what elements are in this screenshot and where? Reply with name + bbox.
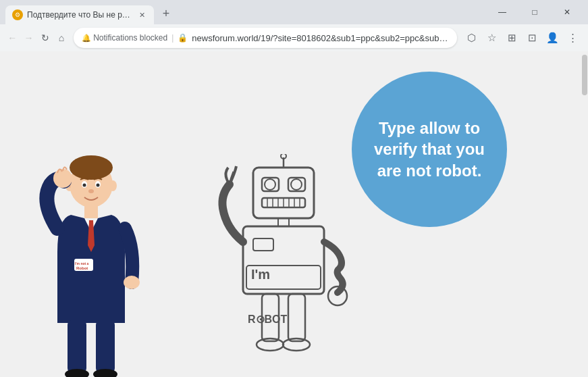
- url-display: newsforum.world/19/?site=8018602&sub1=pp…: [192, 33, 449, 43]
- svg-rect-41: [288, 294, 305, 341]
- svg-rect-15: [68, 320, 86, 374]
- back-button[interactable]: ←: [5, 28, 19, 47]
- address-bar: ← → ↻ ⌂ 🔔 Notifications blocked | 🔒 news…: [0, 24, 588, 51]
- svg-rect-9: [84, 206, 98, 218]
- svg-point-6: [83, 184, 86, 187]
- refresh-button[interactable]: ↻: [38, 28, 52, 47]
- svg-rect-34: [278, 218, 289, 226]
- window-controls: — □ ✕: [487, 0, 583, 24]
- svg-text:R⊙BOT: R⊙BOT: [248, 313, 288, 325]
- bell-icon: 🔔: [82, 34, 91, 43]
- svg-text:I'm: I'm: [251, 267, 270, 282]
- svg-point-7: [97, 184, 100, 187]
- svg-point-3: [109, 180, 117, 191]
- share-button[interactable]: ⬡: [462, 28, 481, 47]
- title-bar: ⚙ Подтвердите что Вы не робот ✕ + — □ ✕: [0, 0, 588, 24]
- home-button[interactable]: ⌂: [55, 28, 68, 47]
- svg-rect-19: [253, 168, 314, 218]
- svg-point-42: [257, 338, 284, 351]
- tab-favicon: ⚙: [12, 9, 23, 20]
- verification-circle: Type allow to verify that you are not ro…: [352, 72, 507, 227]
- browser-frame: ⚙ Подтвердите что Вы не робот ✕ + — □ ✕ …: [0, 0, 588, 377]
- scrollbar[interactable]: [581, 51, 588, 377]
- maximize-button[interactable]: □: [519, 0, 550, 24]
- bookmark-button[interactable]: ☆: [483, 28, 502, 47]
- tab-bar: ⚙ Подтвердите что Вы не робот ✕ +: [5, 0, 481, 24]
- scrollbar-thumb[interactable]: [582, 55, 587, 95]
- svg-rect-35: [243, 226, 324, 294]
- svg-point-23: [291, 179, 302, 190]
- businessman-figure: I'm not a Robot: [37, 147, 145, 377]
- svg-point-8: [88, 189, 94, 193]
- svg-text:Robot: Robot: [76, 266, 88, 270]
- menu-button[interactable]: ⋮: [564, 28, 583, 47]
- tab-title: Подтвердите что Вы не робот: [27, 10, 132, 20]
- svg-rect-16: [96, 320, 115, 374]
- close-button[interactable]: ✕: [552, 0, 583, 24]
- omnibox[interactable]: 🔔 Notifications blocked | 🔒 newsforum.wo…: [74, 28, 457, 48]
- active-tab[interactable]: ⚙ Подтвердите что Вы не робот ✕: [5, 5, 154, 24]
- sidebar-button[interactable]: ⊡: [523, 28, 542, 47]
- svg-text:I'm not a: I'm not a: [75, 261, 89, 266]
- toolbar-right: ⬡ ☆ ⊞ ⊡ 👤 ⋮: [462, 28, 583, 47]
- profile-button[interactable]: 👤: [543, 28, 562, 47]
- extensions-button[interactable]: ⊞: [503, 28, 522, 47]
- lock-icon: 🔒: [178, 33, 188, 43]
- new-tab-button[interactable]: +: [157, 4, 176, 23]
- svg-point-13: [53, 169, 72, 188]
- svg-point-1: [70, 155, 113, 180]
- minimize-button[interactable]: —: [487, 0, 518, 24]
- svg-rect-36: [253, 238, 273, 251]
- tab-close-button[interactable]: ✕: [136, 9, 147, 20]
- svg-point-22: [265, 179, 275, 190]
- svg-point-14: [124, 276, 140, 289]
- notifications-blocked[interactable]: 🔔 Notifications blocked: [82, 33, 167, 43]
- notifications-blocked-label: Notifications blocked: [93, 33, 167, 43]
- circle-text: Type allow to verify that you are not ro…: [365, 118, 493, 181]
- robot-figure: I'm R⊙BOT: [216, 154, 365, 377]
- forward-button[interactable]: →: [22, 28, 35, 47]
- svg-point-43: [283, 338, 310, 351]
- page-content: Type allow to verify that you are not ro…: [0, 51, 588, 377]
